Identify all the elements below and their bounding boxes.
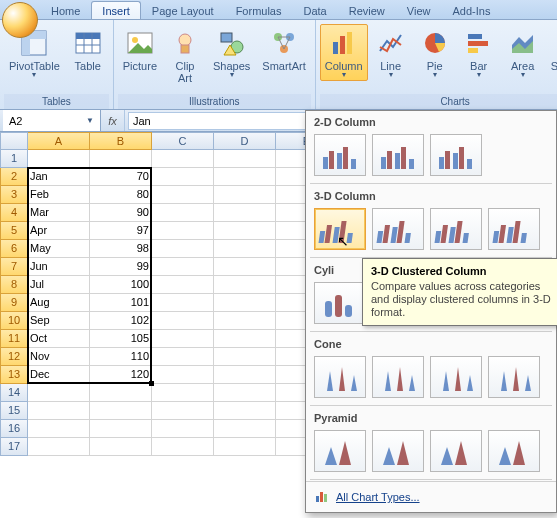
row-header[interactable]: 10 [0, 312, 28, 330]
cell[interactable] [152, 384, 214, 402]
tab-data[interactable]: Data [292, 1, 337, 19]
cell[interactable] [152, 366, 214, 384]
cell[interactable]: 120 [90, 366, 152, 384]
chart-type-option[interactable] [488, 356, 540, 398]
cell[interactable]: Oct [28, 330, 90, 348]
cell[interactable]: 80 [90, 186, 152, 204]
cell[interactable]: Jul [28, 276, 90, 294]
line-button[interactable]: Line▾ [370, 24, 412, 81]
cell[interactable] [152, 402, 214, 420]
row-header[interactable]: 13 [0, 366, 28, 384]
cell[interactable]: 70 [90, 168, 152, 186]
clip-button[interactable]: ClipArt [164, 24, 206, 87]
cell[interactable] [152, 222, 214, 240]
bar-button[interactable]: Bar▾ [458, 24, 500, 81]
select-all-corner[interactable] [0, 132, 28, 150]
cell[interactable] [214, 222, 276, 240]
row-header[interactable]: 12 [0, 348, 28, 366]
cell[interactable] [214, 366, 276, 384]
tab-formulas[interactable]: Formulas [225, 1, 293, 19]
cell[interactable] [214, 276, 276, 294]
cell[interactable] [214, 312, 276, 330]
cell[interactable] [214, 294, 276, 312]
cell[interactable] [152, 330, 214, 348]
cell[interactable]: Jun [28, 258, 90, 276]
row-header[interactable]: 9 [0, 294, 28, 312]
row-header[interactable]: 6 [0, 240, 28, 258]
all-chart-types[interactable]: All Chart Types... [306, 481, 556, 512]
chart-type-option[interactable] [372, 208, 424, 250]
smartart-button[interactable]: SmartArt [257, 24, 310, 75]
cell[interactable] [90, 384, 152, 402]
cell[interactable] [214, 384, 276, 402]
cell[interactable] [152, 276, 214, 294]
chart-type-option[interactable] [430, 134, 482, 176]
cell[interactable] [152, 438, 214, 456]
tab-insert[interactable]: Insert [91, 1, 141, 19]
chevron-down-icon[interactable]: ▼ [86, 116, 94, 125]
cell[interactable] [214, 258, 276, 276]
cell[interactable] [152, 186, 214, 204]
cell[interactable] [152, 294, 214, 312]
cell[interactable] [214, 438, 276, 456]
row-header[interactable]: 1 [0, 150, 28, 168]
tab-page-layout[interactable]: Page Layout [141, 1, 225, 19]
cell[interactable] [28, 420, 90, 438]
fill-handle[interactable] [149, 381, 154, 386]
cell[interactable]: 101 [90, 294, 152, 312]
row-header[interactable]: 5 [0, 222, 28, 240]
row-header[interactable]: 16 [0, 420, 28, 438]
cell[interactable]: 99 [90, 258, 152, 276]
cell[interactable] [152, 420, 214, 438]
row-header[interactable]: 17 [0, 438, 28, 456]
all-chart-types-link[interactable]: All Chart Types... [336, 491, 420, 503]
cell[interactable]: Feb [28, 186, 90, 204]
chart-type-option[interactable] [314, 356, 366, 398]
cell[interactable] [90, 402, 152, 420]
fx-label[interactable]: fx [101, 110, 125, 131]
column-header[interactable]: D [214, 132, 276, 150]
area-button[interactable]: Area▾ [502, 24, 544, 81]
row-header[interactable]: 11 [0, 330, 28, 348]
tab-home[interactable]: Home [40, 1, 91, 19]
pie-button[interactable]: Pie▾ [414, 24, 456, 81]
cell[interactable] [214, 420, 276, 438]
row-header[interactable]: 7 [0, 258, 28, 276]
cell[interactable] [214, 240, 276, 258]
chart-type-option[interactable] [314, 430, 366, 472]
cell[interactable]: Apr [28, 222, 90, 240]
chart-type-option[interactable] [372, 430, 424, 472]
cell[interactable] [28, 384, 90, 402]
cell[interactable] [152, 168, 214, 186]
tab-review[interactable]: Review [338, 1, 396, 19]
cell[interactable]: 105 [90, 330, 152, 348]
column-button[interactable]: Column▾ [320, 24, 368, 81]
row-header[interactable]: 15 [0, 402, 28, 420]
cell[interactable]: Dec [28, 366, 90, 384]
shapes-button[interactable]: Shapes▾ [208, 24, 255, 81]
cell[interactable] [152, 312, 214, 330]
cell[interactable] [152, 204, 214, 222]
table-button[interactable]: Table [67, 24, 109, 75]
cell[interactable] [152, 150, 214, 168]
office-button[interactable] [2, 2, 38, 38]
cell[interactable] [152, 240, 214, 258]
cell[interactable]: Aug [28, 294, 90, 312]
cell[interactable] [214, 186, 276, 204]
chart-type-option[interactable] [488, 430, 540, 472]
cell[interactable] [90, 150, 152, 168]
row-header[interactable]: 4 [0, 204, 28, 222]
cell[interactable]: 100 [90, 276, 152, 294]
cell[interactable]: 98 [90, 240, 152, 258]
column-chart-dropdown[interactable]: 2-D Column3-D Column↖3-D Clustered Colum… [305, 110, 557, 513]
row-header[interactable]: 14 [0, 384, 28, 402]
cell[interactable]: 97 [90, 222, 152, 240]
cell[interactable] [214, 330, 276, 348]
cell[interactable] [214, 348, 276, 366]
cell[interactable] [214, 150, 276, 168]
cell[interactable]: 110 [90, 348, 152, 366]
cell[interactable]: Jan [28, 168, 90, 186]
column-header[interactable]: C [152, 132, 214, 150]
column-header[interactable]: B [90, 132, 152, 150]
cell[interactable] [90, 420, 152, 438]
